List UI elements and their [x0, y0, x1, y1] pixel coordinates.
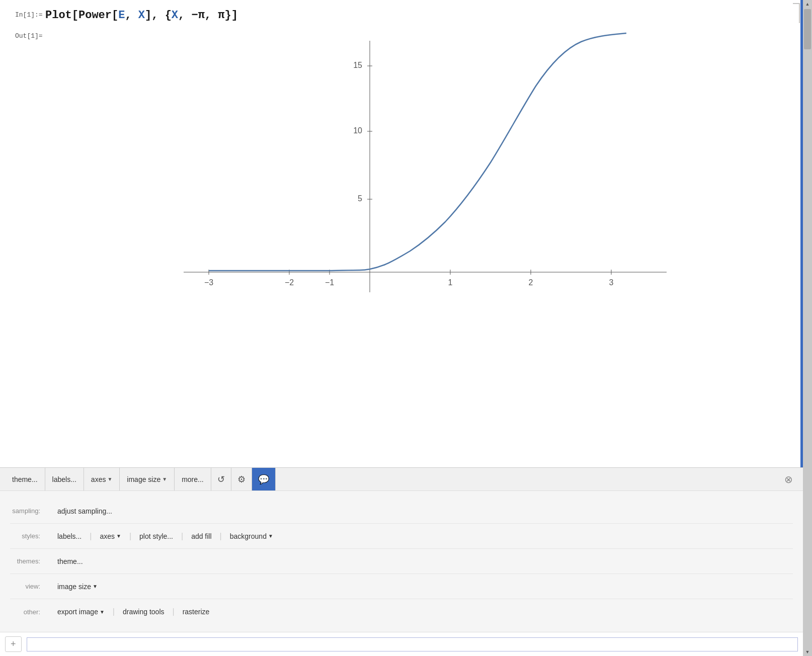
cell-bracket-top — [793, 3, 800, 23]
scrollbar: ▲ ▼ — [803, 0, 812, 656]
rotate-icon: ↺ — [217, 474, 225, 485]
image-size-label: image size — [127, 475, 160, 483]
export-image-button[interactable]: export image ▼ — [50, 605, 112, 619]
input-cell-content: In[1]:= Plot[Power[E, X], {X, −π, π}] — [15, 9, 803, 22]
scroll-thumb[interactable] — [804, 9, 811, 49]
svg-text:−3: −3 — [204, 278, 213, 287]
axes-caret: ▼ — [107, 476, 112, 482]
plot-area: 15 10 5 −3 −2 −1 — [43, 26, 803, 307]
svg-text:5: 5 — [358, 194, 362, 203]
svg-text:10: 10 — [354, 126, 363, 135]
other-controls: export image ▼ | drawing tools | rasteri… — [50, 605, 216, 619]
sep3: | — [180, 532, 184, 541]
input-label: In[1]:= — [15, 9, 45, 19]
axes-button[interactable]: axes ▼ — [84, 468, 120, 490]
sep6: | — [172, 607, 176, 616]
panel-row-themes: themes: theme... — [10, 549, 793, 574]
notebook-container: In[1]:= Plot[Power[E, X], {X, −π, π}] Ou… — [0, 0, 812, 656]
svg-text:2: 2 — [529, 278, 533, 287]
sampling-label: sampling: — [10, 507, 50, 515]
plot-style-button[interactable]: plot style... — [132, 529, 180, 543]
expanded-panel: sampling: adjust sampling... styles: lab… — [0, 490, 803, 632]
styles-axes-button[interactable]: axes ▼ — [93, 529, 128, 543]
scroll-track[interactable] — [804, 8, 811, 648]
gear-icon-button[interactable]: ⚙ — [231, 468, 252, 490]
styles-axes-label: axes — [100, 532, 115, 540]
output-label: Out[1]= — [15, 27, 43, 40]
code-x: X — [138, 9, 145, 22]
gear-icon: ⚙ — [237, 474, 246, 485]
output-row: Out[1]= 15 10 — [0, 26, 803, 467]
theme-button[interactable]: theme... — [5, 468, 45, 490]
image-size-panel-button[interactable]: image size ▼ — [50, 580, 105, 594]
close-button[interactable]: ⊗ — [779, 468, 798, 490]
styles-labels-button[interactable]: labels... — [50, 529, 89, 543]
svg-text:−2: −2 — [285, 278, 294, 287]
themes-controls: theme... — [50, 554, 90, 568]
export-caret: ▼ — [100, 609, 105, 615]
scroll-up-button[interactable]: ▲ — [803, 0, 812, 8]
image-size-panel-label: image size — [57, 583, 91, 591]
svg-text:−1: −1 — [325, 278, 334, 287]
cell-right-accent — [800, 0, 803, 26]
view-label: view: — [10, 583, 50, 590]
view-controls: image size ▼ — [50, 580, 105, 594]
code-e: E — [118, 9, 125, 22]
adjust-sampling-button[interactable]: adjust sampling... — [50, 504, 119, 518]
drawing-tools-button[interactable]: drawing tools — [116, 605, 172, 619]
input-code: Plot[Power[E, X], {X, −π, π}] — [45, 9, 238, 22]
rasterize-button[interactable]: rasterize — [176, 605, 217, 619]
sep2: | — [128, 532, 132, 541]
image-size-button[interactable]: image size ▼ — [120, 468, 175, 490]
styles-controls: labels... | axes ▼ | plot style... | add… — [50, 529, 280, 543]
background-caret: ▼ — [268, 533, 273, 539]
input-cell: In[1]:= Plot[Power[E, X], {X, −π, π}] — [15, 9, 803, 22]
svg-text:3: 3 — [609, 278, 614, 287]
styles-axes-caret: ▼ — [116, 533, 121, 539]
styles-label: styles: — [10, 532, 50, 540]
sampling-controls: adjust sampling... — [50, 504, 119, 518]
background-button[interactable]: background ▼ — [223, 529, 280, 543]
comment-icon: 💬 — [258, 474, 269, 485]
code-x2: X — [172, 9, 178, 22]
input-cell-row: In[1]:= Plot[Power[E, X], {X, −π, π}] — [0, 0, 803, 26]
add-cell-button[interactable]: + — [5, 636, 22, 652]
main-content: In[1]:= Plot[Power[E, X], {X, −π, π}] Ou… — [0, 0, 803, 656]
plot-svg: 15 10 5 −3 −2 −1 — [153, 26, 682, 307]
panel-row-sampling: sampling: adjust sampling... — [10, 499, 793, 524]
sep1: | — [89, 532, 93, 541]
new-cell-input[interactable] — [27, 637, 798, 651]
panel-row-styles: styles: labels... | axes ▼ | plot style.… — [10, 524, 793, 549]
output-label-col: Out[1]= — [0, 26, 43, 40]
toolbar: theme... labels... axes ▼ image size ▼ m… — [0, 467, 803, 490]
more-button[interactable]: more... — [175, 468, 211, 490]
panel-row-view: view: image size ▼ — [10, 574, 793, 599]
output-right-accent — [800, 26, 803, 467]
add-fill-button[interactable]: add fill — [184, 529, 218, 543]
labels-button[interactable]: labels... — [45, 468, 84, 490]
export-image-label: export image — [57, 608, 98, 616]
scroll-down-button[interactable]: ▼ — [803, 648, 812, 656]
sep4: | — [219, 532, 223, 541]
image-size-caret: ▼ — [162, 476, 167, 482]
axes-label: axes — [91, 475, 106, 483]
sep5: | — [112, 607, 116, 616]
themes-label: themes: — [10, 557, 50, 565]
panel-row-other: other: export image ▼ | drawing tools | … — [10, 599, 793, 624]
image-size-panel-caret: ▼ — [93, 584, 98, 589]
theme-panel-button[interactable]: theme... — [50, 554, 90, 568]
close-icon: ⊗ — [784, 473, 793, 485]
comment-icon-button[interactable]: 💬 — [252, 468, 276, 490]
bottom-row: + — [0, 632, 803, 656]
rotate-icon-button[interactable]: ↺ — [211, 468, 231, 490]
background-label: background — [230, 532, 267, 540]
svg-text:15: 15 — [354, 61, 363, 69]
other-label: other: — [10, 608, 50, 616]
svg-text:1: 1 — [448, 278, 453, 287]
